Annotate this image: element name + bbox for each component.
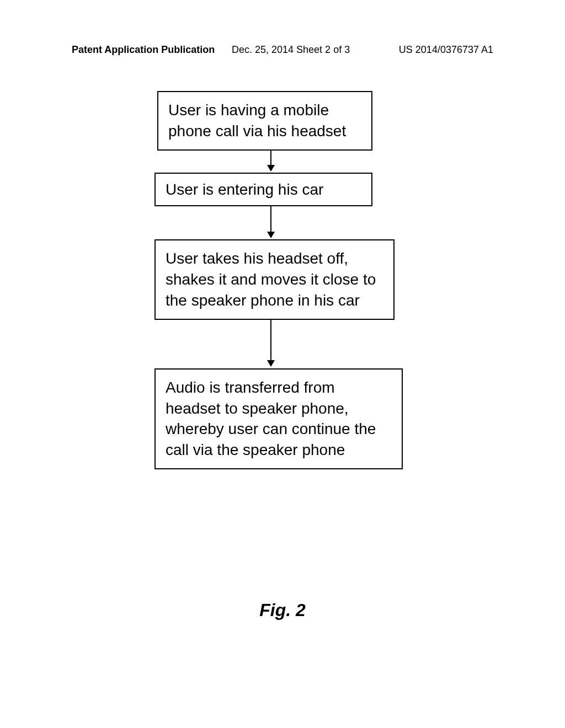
flowchart-step-2: User is entering his car [154, 173, 372, 207]
arrow-icon [138, 320, 397, 368]
header-publication-number: US 2014/0376737 A1 [399, 44, 493, 56]
arrow-icon [138, 206, 397, 239]
flowchart-step-4: Audio is transferred from headset to spe… [154, 368, 403, 469]
header-date-sheet: Dec. 25, 2014 Sheet 2 of 3 [232, 44, 350, 56]
flowchart-step-3: User takes his headset off, shakes it an… [154, 239, 395, 319]
flowchart-step-1: User is having a mobile phone call via h… [157, 91, 372, 151]
figure-label: Fig. 2 [0, 600, 565, 620]
header-publication-label: Patent Application Publication [72, 44, 215, 56]
flowchart: User is having a mobile phone call via h… [138, 91, 397, 469]
arrow-icon [138, 151, 397, 173]
